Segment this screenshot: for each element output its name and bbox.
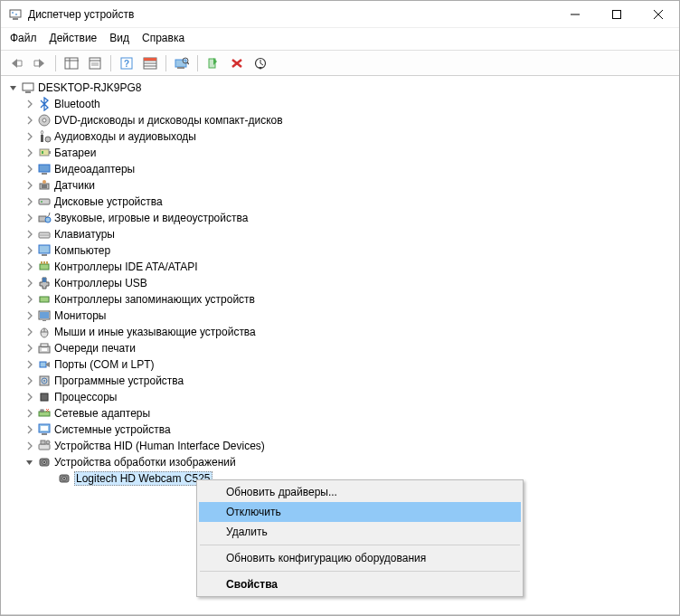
tree-device-label: Logitech HD Webcam C525 bbox=[74, 471, 212, 486]
tree-root[interactable]: DESKTOP-RJK9PG8 bbox=[3, 80, 679, 96]
tree-category[interactable]: Мыши и иные указывающие устройства bbox=[3, 324, 679, 340]
chevron-right-icon[interactable] bbox=[23, 292, 37, 307]
category-icon bbox=[37, 178, 52, 193]
chevron-right-icon[interactable] bbox=[23, 146, 37, 160]
ctx-properties[interactable]: Свойства bbox=[199, 574, 521, 594]
menu-help[interactable]: Справка bbox=[142, 32, 184, 44]
category-icon bbox=[37, 162, 52, 176]
tree-category[interactable]: Порты (COM и LPT) bbox=[3, 356, 679, 373]
tree-category[interactable]: Клавиатуры bbox=[3, 226, 679, 242]
minimize-button[interactable] bbox=[554, 1, 596, 28]
svg-rect-5 bbox=[613, 11, 621, 19]
chevron-right-icon[interactable] bbox=[23, 129, 37, 144]
tree-category-label: Аудиовходы и аудиовыходы bbox=[54, 130, 196, 143]
tree-category[interactable]: Батареи bbox=[3, 145, 679, 161]
tree-category[interactable]: Устройства обработки изображений bbox=[3, 454, 679, 470]
show-hide-tree-button[interactable] bbox=[61, 54, 81, 72]
chevron-right-icon[interactable] bbox=[23, 113, 37, 128]
tree-category[interactable]: Компьютер bbox=[3, 242, 679, 259]
ctx-update-drivers[interactable]: Обновить драйверы... bbox=[199, 482, 521, 502]
help-button[interactable]: ? bbox=[117, 54, 137, 72]
context-menu: Обновить драйверы... Отключить Удалить О… bbox=[196, 479, 524, 597]
tree-category[interactable]: DVD-дисководы и дисководы компакт-дисков bbox=[3, 112, 679, 128]
tree-category-label: Компьютер bbox=[54, 244, 110, 257]
ctx-delete-label: Удалить bbox=[226, 526, 268, 538]
tree-category[interactable]: Сетевые адаптеры bbox=[3, 405, 679, 422]
chevron-right-icon[interactable] bbox=[23, 97, 37, 111]
category-icon bbox=[37, 211, 52, 225]
chevron-right-icon[interactable] bbox=[23, 357, 37, 372]
category-icon bbox=[37, 292, 52, 307]
tree-category[interactable]: Аудиовходы и аудиовыходы bbox=[3, 128, 679, 145]
menu-action[interactable]: Действие bbox=[50, 32, 98, 44]
tree-category[interactable]: Устройства HID (Human Interface Devices) bbox=[3, 438, 679, 454]
uninstall-button[interactable] bbox=[227, 54, 247, 72]
chevron-right-icon[interactable] bbox=[23, 227, 37, 242]
chevron-right-icon[interactable] bbox=[23, 194, 37, 209]
tree-category-label: Программные устройства bbox=[54, 374, 184, 387]
chevron-right-icon[interactable] bbox=[23, 308, 37, 323]
chevron-right-icon[interactable] bbox=[23, 243, 37, 258]
arrow-spacer bbox=[42, 471, 57, 486]
tree-category[interactable]: Очереди печати bbox=[3, 340, 679, 356]
chevron-right-icon[interactable] bbox=[23, 341, 37, 355]
svg-rect-21 bbox=[144, 58, 156, 61]
tree-category[interactable]: Контроллеры USB bbox=[3, 275, 679, 291]
chevron-right-icon[interactable] bbox=[23, 406, 37, 421]
category-icon bbox=[37, 129, 52, 144]
svg-point-2 bbox=[12, 12, 14, 14]
close-button[interactable] bbox=[638, 1, 679, 28]
maximize-button[interactable] bbox=[596, 1, 638, 28]
category-icon bbox=[37, 455, 52, 469]
forward-button[interactable] bbox=[30, 54, 50, 72]
category-icon bbox=[37, 374, 52, 388]
back-button[interactable] bbox=[6, 54, 26, 72]
chevron-down-icon[interactable] bbox=[23, 455, 37, 469]
tree-category[interactable]: Процессоры bbox=[3, 389, 679, 405]
ctx-disable-label: Отключить bbox=[226, 506, 281, 518]
tree-category-label: Мыши и иные указывающие устройства bbox=[54, 326, 256, 338]
tree-category[interactable]: Контроллеры IDE ATA/ATAPI bbox=[3, 259, 679, 275]
svg-rect-57 bbox=[40, 264, 49, 270]
chevron-right-icon[interactable] bbox=[23, 374, 37, 388]
disable-button[interactable] bbox=[250, 54, 270, 72]
chevron-right-icon[interactable] bbox=[23, 162, 37, 176]
tree-category[interactable]: Bluetooth bbox=[3, 96, 679, 112]
svg-line-25 bbox=[187, 62, 189, 64]
menu-file[interactable]: Файл bbox=[10, 32, 37, 44]
chevron-right-icon[interactable] bbox=[23, 422, 37, 437]
chevron-right-icon[interactable] bbox=[23, 390, 37, 404]
properties-button[interactable] bbox=[85, 54, 105, 72]
ctx-disable[interactable]: Отключить bbox=[199, 502, 521, 522]
chevron-right-icon[interactable] bbox=[23, 325, 37, 339]
chevron-right-icon[interactable] bbox=[23, 178, 37, 193]
tree-category[interactable]: Мониторы bbox=[3, 308, 679, 324]
ctx-separator bbox=[200, 545, 520, 545]
tree-category[interactable]: Программные устройства bbox=[3, 373, 679, 389]
svg-rect-37 bbox=[49, 151, 51, 154]
svg-rect-100 bbox=[41, 410, 43, 412]
enable-button[interactable] bbox=[203, 54, 223, 72]
tree-category[interactable]: Звуковые, игровые и видеоустройства bbox=[3, 210, 679, 226]
ctx-separator bbox=[200, 571, 520, 572]
menu-view[interactable]: Вид bbox=[109, 32, 129, 44]
svg-rect-76 bbox=[41, 344, 48, 346]
tree-category[interactable]: Датчики bbox=[3, 177, 679, 194]
chevron-right-icon[interactable] bbox=[23, 260, 37, 274]
tree-category[interactable]: Дисковые устройства bbox=[3, 194, 679, 210]
chevron-right-icon[interactable] bbox=[23, 276, 37, 290]
tree-category[interactable]: Системные устройства bbox=[3, 422, 679, 438]
chevron-right-icon[interactable] bbox=[23, 211, 37, 225]
chevron-right-icon[interactable] bbox=[23, 439, 37, 453]
svg-rect-103 bbox=[42, 433, 47, 435]
tree-category[interactable]: Контроллеры запоминающих устройств bbox=[3, 291, 679, 308]
ctx-delete[interactable]: Удалить bbox=[199, 522, 521, 542]
chevron-down-icon[interactable] bbox=[6, 81, 21, 95]
action-button[interactable] bbox=[140, 54, 160, 72]
scan-button[interactable] bbox=[172, 54, 192, 72]
svg-rect-82 bbox=[41, 393, 48, 401]
tree-category-label: Мониторы bbox=[54, 309, 106, 322]
svg-rect-56 bbox=[42, 254, 47, 256]
ctx-rescan[interactable]: Обновить конфигурацию оборудования bbox=[199, 548, 521, 568]
tree-category[interactable]: Видеоадаптеры bbox=[3, 161, 679, 177]
